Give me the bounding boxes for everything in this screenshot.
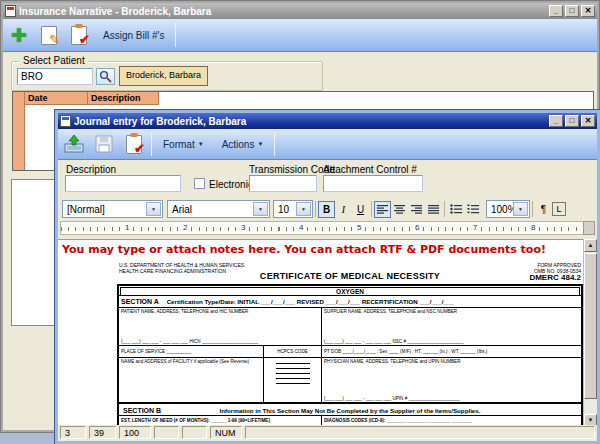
plus-icon: ✚ — [11, 26, 27, 45]
underline-button[interactable]: U — [352, 201, 369, 218]
import-icon — [63, 134, 85, 154]
ruler[interactable]: 1 2 3 4 5 6 7 8 — [58, 219, 597, 239]
journal-toolbar-separator-2 — [274, 132, 275, 156]
scroll-thumb[interactable] — [584, 253, 597, 399]
align-justify-button[interactable] — [425, 201, 442, 218]
journal-fields-panel: Description Electronic Transmission Code… — [58, 160, 597, 199]
cmn-section-a-header: SECTION A Certification Type/Date: INITI… — [119, 296, 581, 308]
align-right-button[interactable] — [408, 201, 425, 218]
patient-search-input[interactable] — [17, 68, 93, 85]
journal-status-bar: 3 39 100 % NUM — [58, 425, 597, 441]
screen: Insurance Narrative - Broderick, Barbara… — [0, 0, 600, 444]
cmn-est-length-cell: EST. LENGTH OF NEED (# OF MONTHS): _____… — [119, 416, 322, 425]
actions-menu-button[interactable]: Actions ▼ — [215, 131, 271, 157]
transmission-code-input[interactable] — [249, 175, 317, 192]
status-panel-2: 39 — [89, 426, 116, 439]
show-paragraph-marks-button[interactable]: ¶ — [535, 201, 552, 218]
paragraph-style-select[interactable]: [Normal] — [62, 200, 163, 218]
electronic-checkbox[interactable] — [194, 178, 205, 189]
scroll-up-button[interactable]: ▲ — [584, 239, 597, 252]
bold-button[interactable]: B — [318, 201, 335, 218]
status-panel-zoom: 100 % — [119, 426, 151, 439]
journal-maximize-button[interactable]: □ — [565, 115, 579, 127]
cmn-hcpcs-lines-cell — [264, 358, 322, 402]
insurance-titlebar[interactable]: Insurance Narrative - Broderick, Barbara… — [3, 3, 597, 19]
toolbar-separator — [175, 23, 176, 47]
grid-header-description[interactable]: Description — [88, 92, 159, 105]
close-button[interactable]: ✕ — [581, 5, 595, 17]
status-panel-message — [245, 426, 595, 439]
journal-titlebar[interactable]: Journal entry for Broderick, Barbara _ □… — [58, 113, 597, 129]
cmn-pt-info-cell: PT DOB ____/____/____ ; Sex ____ (M/F) ;… — [322, 346, 581, 357]
editor-document-area[interactable]: You may type or attach notes here. You c… — [58, 239, 583, 427]
font-size-select[interactable]: 10 — [273, 200, 313, 218]
cmn-patient-cell: PATIENT NAME, ADDRESS, TELEPHONE and HIC… — [119, 308, 322, 345]
grid-header-date[interactable]: Date — [25, 92, 88, 105]
status-panel-5 — [182, 426, 207, 439]
cmn-section-b-header: SECTION B Information in This Section Ma… — [119, 403, 581, 416]
new-narrative-button[interactable]: ✚ — [6, 22, 32, 48]
bullet-list-button[interactable] — [447, 201, 464, 218]
cmn-supplier-cell: SUPPLIER NAME, ADDRESS, TELEPHONE and NS… — [322, 308, 581, 345]
status-panel-num: NUM — [210, 426, 242, 439]
floppy-icon — [94, 134, 114, 154]
cmn-form-number: DMERC 484.2 — [529, 273, 581, 282]
minimize-button[interactable]: _ — [549, 5, 563, 17]
ruler-number: 1 — [124, 223, 130, 232]
verify-narrative-button[interactable]: ✔ — [66, 22, 92, 48]
insurance-window-title: Insurance Narrative - Broderick, Barbara — [19, 6, 546, 17]
cmn-facility-cell: NAME and ADDRESS of FACILITY if applicab… — [119, 358, 264, 402]
cmn-form: U.S. DEPARTMENT OF HEALTH & HUMAN SERVIC… — [117, 262, 583, 427]
status-panel-4 — [154, 426, 179, 439]
numbered-list-icon — [467, 204, 479, 214]
format-separator — [371, 201, 372, 217]
attachment-control-input[interactable] — [323, 175, 423, 192]
align-center-icon — [394, 205, 405, 214]
clipboard-check-icon: ✔ — [71, 26, 87, 45]
cmn-physician-cell: PHYSICIAN NAME, ADDRESS, TELEPHONE and U… — [322, 358, 581, 402]
zoom-select[interactable]: 100% — [486, 200, 530, 218]
align-left-button[interactable] — [374, 201, 391, 218]
cmn-hcpcs-cell: HCPCS CODE — [264, 346, 322, 357]
format-menu-button[interactable]: Format ▼ — [156, 131, 211, 157]
ruler-number: 8 — [530, 223, 536, 232]
cmn-table: OXYGEN SECTION A Certification Type/Date… — [117, 284, 583, 427]
italic-button[interactable]: I — [335, 201, 352, 218]
selected-patient-chip: Broderick, Barbara — [119, 66, 208, 86]
save-button[interactable] — [91, 131, 117, 157]
format-separator — [315, 201, 316, 217]
description-input[interactable] — [65, 175, 181, 192]
insurance-toolbar: ✚ ✎ ✔ Assign Bill #'s — [3, 19, 597, 52]
select-patient-label: Select Patient — [20, 55, 88, 66]
post-journal-button[interactable]: ✔ — [121, 131, 147, 157]
maximize-button[interactable]: □ — [565, 5, 579, 17]
grid-selector-column — [13, 92, 25, 170]
ruler-strip: 1 2 3 4 5 6 7 8 — [60, 221, 586, 235]
insurance-app-icon — [5, 5, 16, 17]
transmission-code-label: Transmission Code — [249, 164, 335, 175]
assign-bill-button[interactable]: Assign Bill #'s — [96, 22, 171, 48]
journal-close-button[interactable]: ✕ — [581, 115, 595, 127]
description-label: Description — [66, 164, 116, 175]
vertical-scrollbar[interactable]: ▲ ▼ — [583, 239, 597, 427]
numbered-list-button[interactable] — [464, 201, 481, 218]
page-layout-button[interactable]: L — [552, 202, 566, 216]
chevron-down-icon: ▼ — [257, 141, 263, 147]
cmn-form-title: CERTIFICATE OF MEDICAL NECESSITY — [117, 271, 583, 281]
attach-file-button[interactable] — [61, 131, 87, 157]
ruler-number: 5 — [356, 223, 362, 232]
cmn-place-of-service-cell: PLACE OF SERVICE __________ — [119, 346, 264, 357]
bullet-list-icon — [450, 204, 462, 214]
journal-toolbar: ✔ Format ▼ Actions ▼ — [58, 129, 597, 160]
align-center-button[interactable] — [391, 201, 408, 218]
format-separator — [532, 201, 533, 217]
font-select[interactable]: Arial — [167, 200, 270, 218]
journal-minimize-button[interactable]: _ — [549, 115, 563, 127]
journal-clipboard-check-icon: ✔ — [126, 135, 142, 154]
ruler-number: 3 — [240, 223, 246, 232]
format-menu-label: Format — [163, 139, 195, 150]
patient-search-button[interactable] — [96, 68, 115, 85]
edit-narrative-button[interactable]: ✎ — [36, 22, 62, 48]
format-toolbar: [Normal] Arial 10 B I U — [58, 199, 597, 219]
status-panel-1: 3 — [60, 426, 86, 439]
